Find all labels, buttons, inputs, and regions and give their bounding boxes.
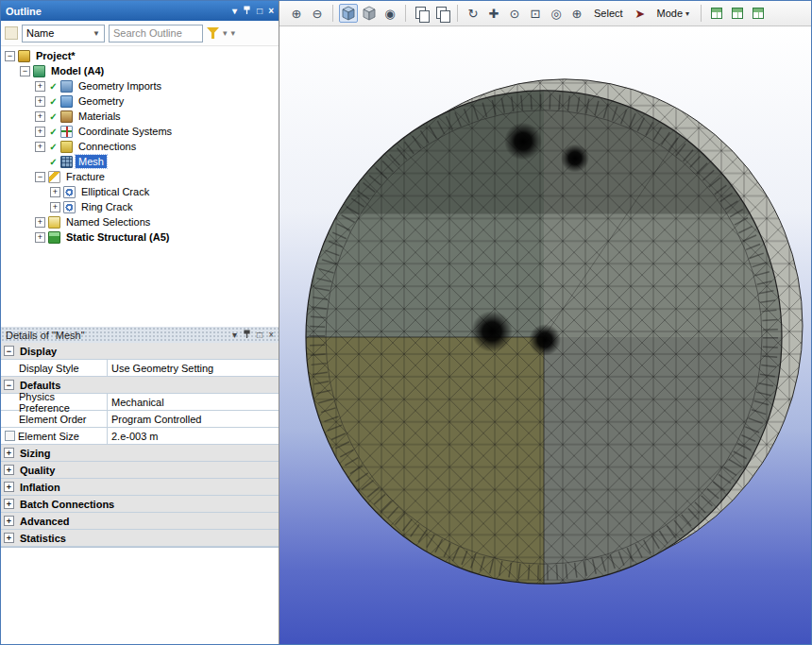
details-section-sizing[interactable]: +Sizing <box>1 445 279 462</box>
meshed-disc-model[interactable] <box>306 79 803 584</box>
tree-expander-icon[interactable]: + <box>35 232 45 243</box>
tree-item-connections[interactable]: +✓Connections <box>1 139 279 154</box>
tree-item-named-selections[interactable]: +Named Selections <box>1 214 279 229</box>
tree-item-geometry-imports[interactable]: +✓Geometry Imports <box>1 78 279 93</box>
details-section-batch-connections[interactable]: +Batch Connections <box>1 496 279 513</box>
box-zoom-icon[interactable]: ⊡ <box>526 4 545 23</box>
tree-item-label: Geometry Imports <box>76 79 164 93</box>
details-row-element-size: Element Size2.e-003 m <box>1 428 279 445</box>
static-structural-icon <box>48 231 60 244</box>
section-expander-icon[interactable]: − <box>4 380 14 390</box>
section-header-label: Defaults <box>20 380 60 391</box>
maximize-icon[interactable]: □ <box>257 7 262 16</box>
details-section-quality[interactable]: +Quality <box>1 462 279 479</box>
section-expander-icon[interactable]: − <box>4 346 14 356</box>
pin-icon[interactable] <box>243 6 251 17</box>
zoom-out-icon[interactable]: ⊖ <box>308 4 327 23</box>
outline-tree: −Project*−Model (A4)+✓Geometry Imports+✓… <box>1 46 279 327</box>
tree-expander-icon[interactable]: + <box>50 187 60 197</box>
property-label: Element Size <box>18 431 79 442</box>
tree-expander-icon[interactable]: − <box>35 172 45 182</box>
property-label: Display Style <box>19 363 79 374</box>
manage-views-icon[interactable]: ◉ <box>381 4 399 23</box>
close-icon[interactable]: × <box>268 7 274 16</box>
section-expander-icon[interactable]: + <box>4 448 14 458</box>
details-section-display[interactable]: −Display <box>1 343 279 360</box>
property-value-cell[interactable]: Program Controlled <box>107 411 279 427</box>
pan-icon[interactable]: ✚ <box>484 4 503 23</box>
overflow-chevron-icon[interactable]: ▾ <box>231 28 236 38</box>
image-capture-icon[interactable] <box>412 4 431 23</box>
tree-expander-icon[interactable]: + <box>35 142 45 152</box>
rotate-icon[interactable]: ↻ <box>464 4 482 23</box>
tree-item-fracture[interactable]: −Fracture <box>1 169 279 184</box>
viewport[interactable] <box>279 26 811 644</box>
section-expander-icon[interactable]: + <box>4 533 14 543</box>
section-expander-icon[interactable]: + <box>4 516 14 526</box>
tree-expander-icon[interactable]: + <box>35 81 45 92</box>
tree-item-coordinate-systems[interactable]: +✓Coordinate Systems <box>1 124 279 139</box>
report-preview-icon[interactable] <box>749 4 768 23</box>
section-expander-icon[interactable]: + <box>4 499 14 509</box>
outline-titlebar[interactable]: Outline ▾ □ × <box>1 1 279 21</box>
left-dock: Outline ▾ □ × Name ▼ ▾ ▾ −Proje <box>1 1 279 644</box>
elliptical-crack-icon <box>63 186 76 198</box>
select-label[interactable]: Select <box>588 8 629 19</box>
tree-item-project[interactable]: −Project* <box>1 48 279 63</box>
details-section-statistics[interactable]: +Statistics <box>1 530 279 547</box>
image-to-clipboard-icon[interactable] <box>432 4 451 23</box>
section-header-label: Display <box>20 346 57 357</box>
viewport-toolbar: ⊕⊖◉↻✚⊙⊡◎⊕Select➤Mode▾ <box>279 1 811 26</box>
dock-arrow-icon[interactable]: ▾ <box>232 7 237 16</box>
pin-icon[interactable] <box>243 330 251 341</box>
zoom-in-icon[interactable]: ⊕ <box>287 4 306 23</box>
check-state-icon: ✓ <box>48 81 59 92</box>
mesh-scene[interactable] <box>279 26 811 644</box>
magnifier-window-icon[interactable]: ⊕ <box>567 4 586 23</box>
details-titlebar[interactable]: Details of "Mesh" ▾ □ × <box>1 327 279 343</box>
tree-expander-icon[interactable]: + <box>50 202 60 212</box>
tree-item-ring-crack[interactable]: +Ring Crack <box>1 199 279 214</box>
section-expander-icon[interactable]: + <box>4 482 14 492</box>
dock-arrow-icon[interactable]: ▾ <box>232 331 237 340</box>
details-row-physics-preference: Physics PreferenceMechanical <box>1 394 279 411</box>
details-section-inflation[interactable]: +Inflation <box>1 479 279 496</box>
close-icon[interactable]: × <box>268 331 274 340</box>
filter-icon[interactable] <box>207 27 219 39</box>
section-expander-icon[interactable]: + <box>4 465 14 475</box>
tree-expander-icon[interactable]: + <box>35 217 45 228</box>
tree-expander-icon[interactable]: − <box>5 51 15 61</box>
selection-information-icon[interactable] <box>728 4 747 23</box>
tree-expander-icon[interactable]: + <box>35 111 45 122</box>
property-value-cell[interactable]: 2.e-003 m <box>107 428 279 444</box>
selection-filter-icon[interactable]: ➤ <box>631 4 650 23</box>
tree-item-mesh[interactable]: ✓Mesh <box>1 154 279 169</box>
element-size-checkbox[interactable] <box>5 431 15 441</box>
tree-expander-icon[interactable]: − <box>20 66 30 76</box>
tree-item-elliptical-crack[interactable]: +Elliptical Crack <box>1 184 279 199</box>
property-value-cell[interactable]: Mechanical <box>107 394 279 410</box>
tree-item-materials[interactable]: +✓Materials <box>1 109 279 124</box>
tree-expander-icon[interactable]: + <box>35 127 45 137</box>
mode-dropdown[interactable]: Mode▾ <box>651 8 696 19</box>
property-label-cell: Physics Preference <box>1 394 107 410</box>
worksheet-icon[interactable] <box>707 4 726 23</box>
zoom-to-fit-icon[interactable]: ◎ <box>547 4 566 23</box>
property-value-cell[interactable]: Use Geometry Setting <box>107 360 279 376</box>
search-input[interactable] <box>109 25 203 42</box>
graphics-area: ⊕⊖◉↻✚⊙⊡◎⊕Select➤Mode▾ <box>279 1 811 644</box>
tree-item-model-a4[interactable]: −Model (A4) <box>1 63 279 78</box>
zoom-icon[interactable]: ⊙ <box>505 4 524 23</box>
outline-toolbar-icon[interactable] <box>5 26 18 40</box>
details-section-advanced[interactable]: +Advanced <box>1 513 279 530</box>
named-selections-icon <box>48 216 60 229</box>
project-icon <box>18 50 30 62</box>
tree-expander-icon[interactable]: + <box>35 96 45 107</box>
tree-item-static-structural-a5[interactable]: +Static Structural (A5) <box>1 229 279 245</box>
name-filter-dropdown[interactable]: Name ▼ <box>22 25 105 42</box>
isometric-view-icon[interactable] <box>339 4 358 23</box>
maximize-icon[interactable]: □ <box>257 331 262 340</box>
look-at-face-icon[interactable] <box>360 4 379 23</box>
tree-item-geometry[interactable]: +✓Geometry <box>1 93 279 109</box>
filter-chevron-icon[interactable]: ▾ <box>223 28 228 38</box>
